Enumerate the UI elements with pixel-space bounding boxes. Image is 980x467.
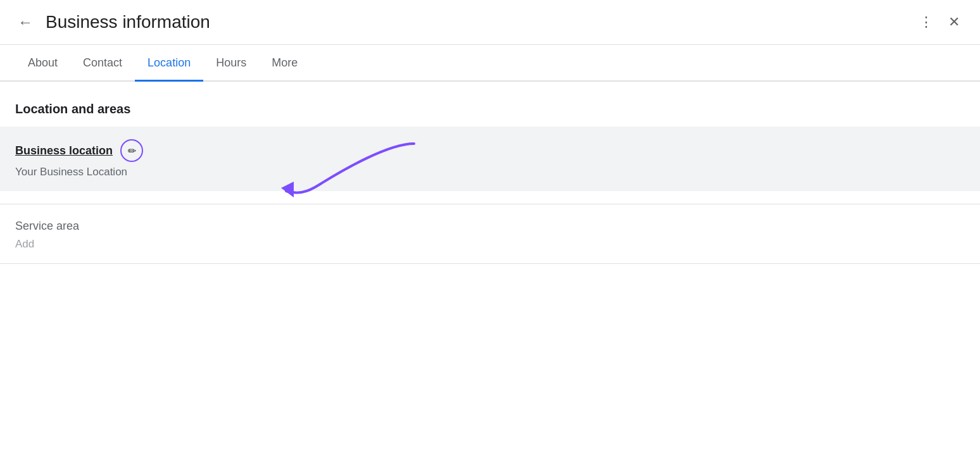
tab-more[interactable]: More (259, 45, 310, 82)
business-location-row: Business location ✏ Your Business Locati… (0, 127, 980, 191)
main-content: Location and areas Business location ✏ Y… (0, 82, 980, 264)
location-label-row: Business location ✏ (15, 139, 965, 162)
close-icon: ✕ (948, 15, 960, 29)
bottom-divider (0, 263, 980, 264)
page-title: Business information (46, 12, 914, 32)
business-location-label: Business location (15, 144, 113, 158)
tabs-bar: About Contact Location Hours More (0, 45, 980, 82)
tab-location[interactable]: Location (135, 45, 203, 82)
more-icon: ⋮ (919, 15, 933, 29)
service-area-section: Service area Add (15, 204, 965, 251)
service-area-label: Service area (15, 220, 965, 233)
tab-about[interactable]: About (15, 45, 70, 82)
pencil-icon: ✏ (128, 145, 136, 157)
tab-hours[interactable]: Hours (203, 45, 259, 82)
header: ← Business information ⋮ ✕ (0, 0, 980, 45)
more-options-button[interactable]: ⋮ (914, 10, 938, 34)
tab-contact[interactable]: Contact (70, 45, 135, 82)
close-button[interactable]: ✕ (943, 10, 965, 34)
business-location-value: Your Business Location (15, 166, 965, 178)
section-title: Location and areas (15, 102, 965, 116)
header-actions: ⋮ ✕ (914, 10, 965, 34)
back-icon: ← (18, 15, 33, 30)
back-button[interactable]: ← (15, 12, 35, 32)
service-area-add[interactable]: Add (15, 238, 965, 251)
edit-business-location-button[interactable]: ✏ (120, 139, 143, 162)
